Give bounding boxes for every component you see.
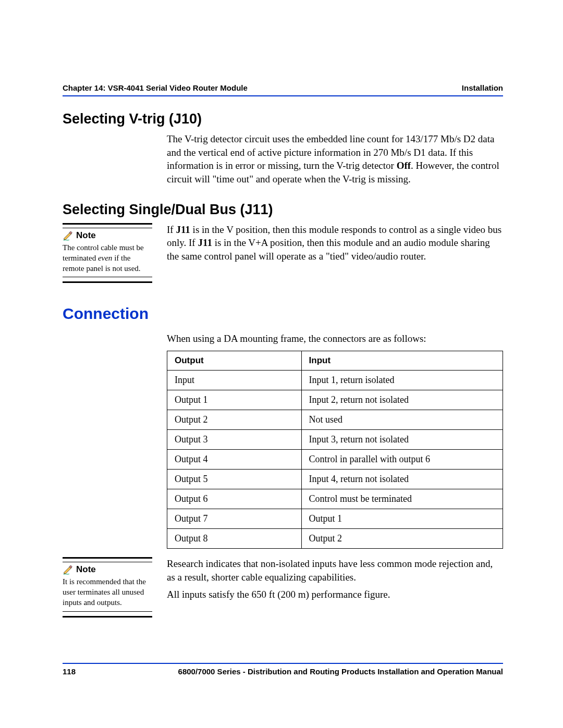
- cell: Input 4, return not isolated: [301, 469, 503, 489]
- th-input: Input: [301, 351, 503, 370]
- para-vtrig: The V-trig detector circuit uses the emb…: [167, 132, 503, 186]
- heading-bus: Selecting Single/Dual Bus (J11): [63, 202, 503, 218]
- table-row: Output 4Control in parallel with output …: [167, 449, 503, 469]
- cell: Output 2: [167, 410, 302, 429]
- heading-connection: Connection: [63, 305, 503, 323]
- running-footer: 118 6800/7000 Series - Distribution and …: [63, 663, 503, 676]
- table-row: Output 1Input 2, return not isolated: [167, 390, 503, 410]
- page: Chapter 14: VSR-4041 Serial Video Router…: [0, 0, 563, 728]
- header-left: Chapter 14: VSR-4041 Serial Video Router…: [63, 83, 248, 92]
- cell: Output 7: [167, 509, 302, 528]
- para-conn-after2: All inputs satisfy the 650 ft (200 m) pe…: [167, 588, 503, 601]
- cell: Input 3, return not isolated: [301, 429, 503, 449]
- table-row: Output 3Input 3, return not isolated: [167, 429, 503, 449]
- table-row: InputInput 1, return isolated: [167, 370, 503, 390]
- note-header-2: Note: [63, 562, 152, 575]
- cell: Output 6: [167, 489, 302, 509]
- note1-em: even: [98, 254, 112, 262]
- section-conn-row2: Note It is recommended that the user ter…: [63, 557, 503, 622]
- section-vtrig-body: The V-trig detector circuit uses the emb…: [167, 132, 503, 190]
- note-text-2: It is recommended that the user terminat…: [63, 576, 152, 612]
- table-row: Output 5Input 4, return not isolated: [167, 469, 503, 489]
- cell: Output 4: [167, 449, 302, 469]
- note-label-2: Note: [76, 564, 96, 575]
- cell: Output 1: [301, 509, 503, 528]
- cell: Output 5: [167, 469, 302, 489]
- page-number: 118: [63, 667, 76, 676]
- cell: Not used: [301, 410, 503, 429]
- header-right: Installation: [462, 83, 503, 92]
- para-bus: If J11 is in the V position, then this m…: [167, 223, 503, 263]
- note-header-1: Note: [63, 228, 152, 241]
- heading-vtrig: Selecting V-trig (J10): [63, 111, 503, 127]
- cell: Output 3: [167, 429, 302, 449]
- manual-title: 6800/7000 Series - Distribution and Rout…: [178, 667, 503, 676]
- para-conn-after1: Research indicates that non-isolated inp…: [167, 557, 503, 584]
- table-row: Output 6Control must be terminated: [167, 489, 503, 509]
- cell: Input 1, return isolated: [301, 370, 503, 390]
- sidebar-empty-2: [63, 332, 167, 557]
- table-row: Output 7Output 1: [167, 509, 503, 528]
- section-vtrig-row: The V-trig detector circuit uses the emb…: [63, 132, 503, 190]
- note-text-1: The control cable must be terminated eve…: [63, 242, 152, 278]
- table-row: Output 2Not used: [167, 410, 503, 429]
- sidebar-empty-1: [63, 132, 167, 190]
- cell: Control in parallel with output 6: [301, 449, 503, 469]
- para-conn-lead: When using a DA mounting frame, the conn…: [167, 332, 503, 346]
- table-row: Output 8Output 2: [167, 528, 503, 548]
- cell: Output 2: [301, 528, 503, 548]
- section-conn-after: Research indicates that non-isolated inp…: [167, 557, 503, 622]
- cell: Output 8: [167, 528, 302, 548]
- note-label-1: Note: [76, 230, 96, 241]
- cell: Control must be terminated: [301, 489, 503, 509]
- running-header: Chapter 14: VSR-4041 Serial Video Router…: [63, 83, 503, 96]
- bus-s2-post: is in the V+A position, then this module…: [167, 237, 490, 262]
- para-vtrig-bold: Off: [397, 160, 411, 171]
- sidebar-note-2: Note It is recommended that the user ter…: [63, 557, 167, 622]
- section-bus-row: Note The control cable must be terminate…: [63, 223, 503, 288]
- bus-s1-b: J11: [176, 224, 190, 235]
- section-conn-row1: When using a DA mounting frame, the conn…: [63, 332, 503, 557]
- connection-table: Output Input InputInput 1, return isolat…: [167, 351, 503, 549]
- cell: Input: [167, 370, 302, 390]
- section-bus-body: If J11 is in the V position, then this m…: [167, 223, 503, 288]
- pencil-icon: [63, 564, 74, 575]
- section-conn-lead: When using a DA mounting frame, the conn…: [167, 332, 503, 557]
- table-body: InputInput 1, return isolated Output 1In…: [167, 370, 503, 548]
- cell: Output 1: [167, 390, 302, 410]
- table-header-row: Output Input: [167, 351, 503, 370]
- pencil-icon: [63, 230, 74, 241]
- sidebar-note-1: Note The control cable must be terminate…: [63, 223, 167, 288]
- bus-s2-b: J11: [198, 237, 212, 248]
- cell: Input 2, return not isolated: [301, 390, 503, 410]
- bus-s1-pre: If: [167, 224, 176, 235]
- note-box-2: Note It is recommended that the user ter…: [63, 557, 152, 618]
- th-output: Output: [167, 351, 302, 370]
- note-box-1: Note The control cable must be terminate…: [63, 223, 152, 283]
